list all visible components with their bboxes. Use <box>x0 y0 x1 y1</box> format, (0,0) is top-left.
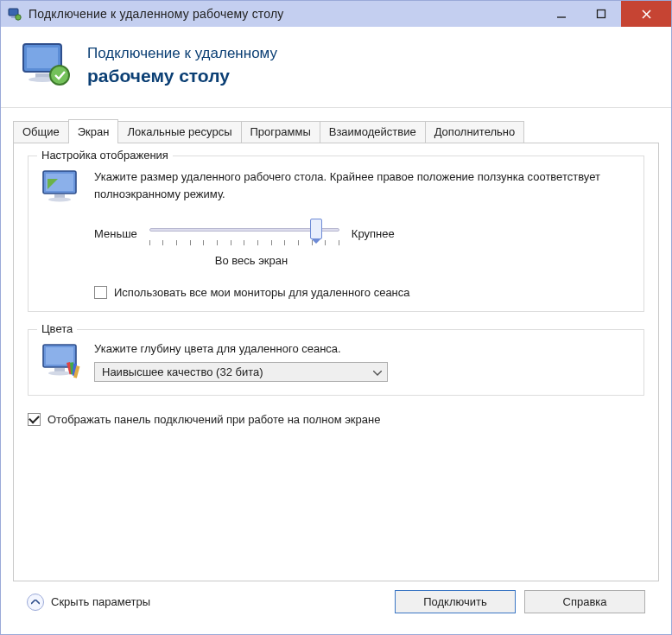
svg-point-2 <box>16 15 21 20</box>
banner-text: Подключение к удаленному рабочему столу <box>87 44 277 88</box>
svg-rect-1 <box>11 16 16 18</box>
connection-bar-checkbox-row: Отображать панель подключений при работе… <box>28 413 644 426</box>
all-monitors-checkbox[interactable] <box>94 286 107 299</box>
svg-rect-17 <box>46 347 73 365</box>
resolution-slider[interactable] <box>149 221 339 245</box>
monitor-icon <box>41 168 82 209</box>
group-display-settings: Настройка отображения Укажите размер уда… <box>28 156 644 312</box>
banner-line1: Подключение к удаленному <box>87 44 277 64</box>
help-button[interactable]: Справка <box>524 590 645 613</box>
body: Общие Экран Локальные ресурсы Программы … <box>1 108 671 634</box>
colors-description: Укажите глубину цвета для удаленного сеа… <box>94 342 631 355</box>
svg-rect-18 <box>54 368 65 371</box>
title-bar: Подключение к удаленному рабочему столу <box>1 1 671 27</box>
group-colors-legend: Цвета <box>37 322 77 335</box>
svg-rect-14 <box>54 194 65 198</box>
window-root: Подключение к удаленному рабочему столу <box>0 0 672 635</box>
all-monitors-checkbox-row: Использовать все мои мониторы для удален… <box>94 286 631 299</box>
rdp-icon <box>8 7 22 21</box>
svg-rect-4 <box>598 10 605 18</box>
maximize-button[interactable] <box>581 1 621 27</box>
tab-panel-display: Настройка отображения Укажите размер уда… <box>13 143 659 581</box>
tab-general[interactable]: Общие <box>13 121 69 143</box>
banner: Подключение к удаленному рабочему столу <box>1 27 671 108</box>
tab-experience[interactable]: Взаимодействие <box>320 121 426 143</box>
window-buttons <box>542 1 671 27</box>
monitor-palette-icon <box>41 342 82 383</box>
group-display-legend: Настройка отображения <box>37 149 173 162</box>
hide-options-link[interactable]: Скрыть параметры <box>27 594 150 611</box>
tab-display[interactable]: Экран <box>68 119 119 143</box>
banner-line2: рабочему столу <box>87 64 277 88</box>
svg-point-11 <box>50 66 69 85</box>
footer: Скрыть параметры Подключить Справка <box>13 581 659 627</box>
close-button[interactable] <box>621 1 671 27</box>
slider-caption: Во весь экран <box>156 254 346 267</box>
tab-local-resources[interactable]: Локальные ресурсы <box>117 121 241 143</box>
tab-strip: Общие Экран Локальные ресурсы Программы … <box>13 118 659 143</box>
all-monitors-label: Использовать все мои мониторы для удален… <box>114 286 410 299</box>
window-title: Подключение к удаленному рабочему столу <box>29 7 542 21</box>
hide-options-label: Скрыть параметры <box>51 595 150 608</box>
color-depth-combo[interactable]: Наивысшее качество (32 бита) <box>94 362 388 382</box>
group-colors: Цвета <box>28 329 644 396</box>
slider-max-label: Крупнее <box>352 227 395 240</box>
color-depth-selected: Наивысшее качество (32 бита) <box>102 365 263 378</box>
slider-min-label: Меньше <box>94 227 137 240</box>
chevron-up-icon <box>27 594 44 611</box>
connect-button[interactable]: Подключить <box>395 590 516 613</box>
connection-bar-checkbox[interactable] <box>28 413 41 426</box>
chevron-down-icon <box>373 365 382 378</box>
rdp-icon <box>18 41 73 92</box>
svg-point-19 <box>48 371 71 376</box>
minimize-button[interactable] <box>542 1 581 27</box>
tab-advanced[interactable]: Дополнительно <box>425 121 525 143</box>
slider-thumb[interactable] <box>310 219 322 239</box>
connection-bar-label: Отображать панель подключений при работе… <box>48 413 380 426</box>
tab-programs[interactable]: Программы <box>241 121 320 143</box>
resolution-slider-row: Меньше Крупн <box>94 221 631 245</box>
svg-point-15 <box>48 198 71 202</box>
display-description: Укажите размер удаленного рабочего стола… <box>94 168 631 202</box>
svg-rect-8 <box>27 48 58 68</box>
